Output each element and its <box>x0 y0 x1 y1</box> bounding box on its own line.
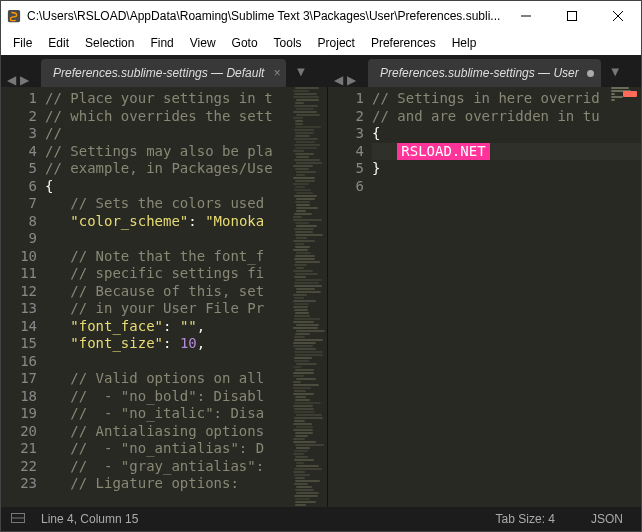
code-line[interactable]: // which overrides the sett <box>45 108 291 126</box>
window-title: C:\Users\RSLOAD\AppData\Roaming\Sublime … <box>27 9 503 23</box>
code-line[interactable]: // Settings in here overrid <box>372 90 605 108</box>
code-line[interactable]: // Valid options on all <box>45 370 291 388</box>
syntax-selector[interactable]: JSON <box>573 512 641 526</box>
chevron-right-icon: ▶ <box>345 73 358 87</box>
dirty-flag-icon <box>623 91 637 97</box>
line-number: 19 <box>1 405 45 423</box>
code-area[interactable]: // Settings in here overrid// and are ov… <box>372 87 605 507</box>
code-line[interactable]: // Ligature options: <box>45 475 291 493</box>
editor-area: 1234567891011121314151617181920212223 //… <box>1 87 641 507</box>
gutter: 1234567891011121314151617181920212223 <box>1 87 45 507</box>
line-number: 5 <box>328 160 372 178</box>
minimap[interactable] <box>291 87 327 507</box>
code-line[interactable] <box>45 230 291 248</box>
code-line[interactable]: { <box>45 178 291 196</box>
line-number: 6 <box>1 178 45 196</box>
code-line[interactable]: // Sets the colors used <box>45 195 291 213</box>
code-line[interactable]: } <box>372 160 605 178</box>
svg-rect-2 <box>568 12 577 21</box>
code-line[interactable]: // - "gray_antialias": <box>45 458 291 476</box>
code-line[interactable]: // - "no_italic": Disa <box>45 405 291 423</box>
tab-preferences-default[interactable]: Preferences.sublime-settings — Default × <box>41 59 286 87</box>
code-line[interactable]: // and are overridden in tu <box>372 108 605 126</box>
line-number: 23 <box>1 475 45 493</box>
minimap[interactable] <box>609 87 641 507</box>
line-number: 9 <box>1 230 45 248</box>
tab-preferences-user[interactable]: Preferences.sublime-settings — User <box>368 59 601 87</box>
line-number: 18 <box>1 388 45 406</box>
chevron-left-icon: ◀ <box>5 73 18 87</box>
code-line[interactable]: // in your User File Pr <box>45 300 291 318</box>
code-line[interactable]: // Because of this, set <box>45 283 291 301</box>
line-number: 15 <box>1 335 45 353</box>
code-line[interactable] <box>45 353 291 371</box>
tab-label: Preferences.sublime-settings — User <box>380 66 579 80</box>
menu-view[interactable]: View <box>182 33 224 53</box>
line-number: 16 <box>1 353 45 371</box>
editor-pane-left[interactable]: 1234567891011121314151617181920212223 //… <box>1 87 328 507</box>
tab-menu-button[interactable]: ▼ <box>601 64 630 79</box>
line-number: 11 <box>1 265 45 283</box>
code-line[interactable]: RSLOAD.NET <box>372 143 605 161</box>
code-line[interactable]: // - "no_antialias": D <box>45 440 291 458</box>
line-number: 12 <box>1 283 45 301</box>
status-bar: Line 4, Column 15 Tab Size: 4 JSON <box>1 507 641 531</box>
minimize-button[interactable] <box>503 1 549 31</box>
line-number: 2 <box>1 108 45 126</box>
chevron-right-icon: ▶ <box>18 73 31 87</box>
line-number: 13 <box>1 300 45 318</box>
line-number: 21 <box>1 440 45 458</box>
gutter: 123456 <box>328 87 372 507</box>
menubar: FileEditSelectionFindViewGotoToolsProjec… <box>1 31 641 55</box>
menu-find[interactable]: Find <box>142 33 181 53</box>
code-line[interactable]: "font_face": "", <box>45 318 291 336</box>
line-number: 5 <box>1 160 45 178</box>
tab-close-icon[interactable]: × <box>273 66 280 80</box>
code-area[interactable]: // Place your settings in t// which over… <box>45 87 291 507</box>
code-line[interactable]: // Note that the font_f <box>45 248 291 266</box>
code-line[interactable]: // example, in Packages/Use <box>45 160 291 178</box>
line-number: 6 <box>328 178 372 196</box>
tab-size-selector[interactable]: Tab Size: 4 <box>478 512 573 526</box>
menu-tools[interactable]: Tools <box>266 33 310 53</box>
code-line[interactable]: "color_scheme": "Monoka <box>45 213 291 231</box>
code-line[interactable]: "font_size": 10, <box>45 335 291 353</box>
menu-project[interactable]: Project <box>310 33 363 53</box>
line-number: 14 <box>1 318 45 336</box>
code-line[interactable]: // Place your settings in t <box>45 90 291 108</box>
code-line[interactable]: // Settings may also be pla <box>45 143 291 161</box>
cursor-position[interactable]: Line 4, Column 15 <box>35 512 144 526</box>
app-icon <box>1 9 27 23</box>
close-button[interactable] <box>595 1 641 31</box>
menu-preferences[interactable]: Preferences <box>363 33 444 53</box>
tab-scroll-arrows[interactable]: ◀ ▶ <box>328 73 362 87</box>
code-line[interactable] <box>372 178 605 196</box>
line-number: 10 <box>1 248 45 266</box>
editor-pane-right[interactable]: 123456 // Settings in here overrid// and… <box>328 87 641 507</box>
line-number: 1 <box>1 90 45 108</box>
code-line[interactable]: // Antialiasing options <box>45 423 291 441</box>
code-line[interactable]: { <box>372 125 605 143</box>
code-line[interactable]: // - "no_bold": Disabl <box>45 388 291 406</box>
tab-menu-button[interactable]: ▼ <box>286 64 315 79</box>
code-line[interactable]: // specific settings fi <box>45 265 291 283</box>
window-titlebar: C:\Users\RSLOAD\AppData\Roaming\Sublime … <box>1 1 641 31</box>
tab-scroll-arrows[interactable]: ◀ ▶ <box>1 73 35 87</box>
chevron-left-icon: ◀ <box>332 73 345 87</box>
line-number: 4 <box>328 143 372 161</box>
maximize-button[interactable] <box>549 1 595 31</box>
menu-edit[interactable]: Edit <box>40 33 77 53</box>
menu-goto[interactable]: Goto <box>224 33 266 53</box>
line-number: 22 <box>1 458 45 476</box>
line-number: 8 <box>1 213 45 231</box>
tab-strip: ◀ ▶ Preferences.sublime-settings — Defau… <box>1 55 641 87</box>
line-number: 2 <box>328 108 372 126</box>
tab-label: Preferences.sublime-settings — Default <box>53 66 264 80</box>
console-toggle-button[interactable] <box>1 512 35 526</box>
line-number: 3 <box>1 125 45 143</box>
menu-help[interactable]: Help <box>444 33 485 53</box>
line-number: 7 <box>1 195 45 213</box>
menu-selection[interactable]: Selection <box>77 33 142 53</box>
menu-file[interactable]: File <box>5 33 40 53</box>
code-line[interactable]: // <box>45 125 291 143</box>
